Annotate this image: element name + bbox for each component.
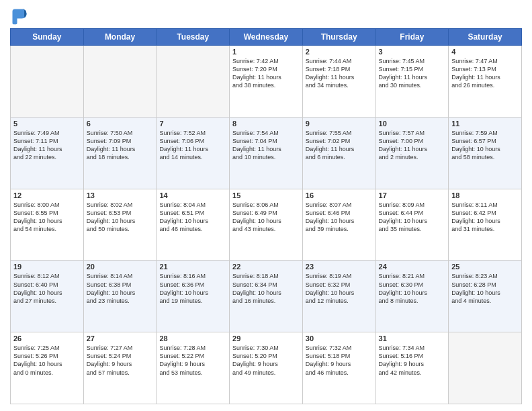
calendar-cell: 23Sunrise: 8:19 AM Sunset: 6:32 PM Dayli… (302, 261, 375, 332)
calendar-header-friday: Friday (375, 29, 449, 46)
calendar-header-monday: Monday (83, 29, 157, 46)
calendar-cell: 16Sunrise: 8:07 AM Sunset: 6:46 PM Dayli… (302, 189, 375, 261)
day-info: Sunrise: 7:30 AM Sunset: 5:20 PM Dayligh… (232, 344, 300, 377)
calendar-week-2: 12Sunrise: 8:00 AM Sunset: 6:55 PM Dayli… (11, 189, 522, 261)
day-number: 7 (159, 120, 226, 128)
calendar-cell: 29Sunrise: 7:30 AM Sunset: 5:20 PM Dayli… (230, 332, 303, 404)
calendar-cell: 22Sunrise: 8:18 AM Sunset: 6:34 PM Dayli… (230, 261, 303, 332)
day-number: 31 (379, 334, 446, 342)
day-info: Sunrise: 7:28 AM Sunset: 5:22 PM Dayligh… (159, 344, 226, 377)
calendar-header-row: SundayMondayTuesdayWednesdayThursdayFrid… (11, 29, 522, 46)
day-number: 4 (451, 48, 519, 56)
calendar-cell: 30Sunrise: 7:32 AM Sunset: 5:18 PM Dayli… (302, 332, 375, 404)
calendar-week-1: 5Sunrise: 7:49 AM Sunset: 7:11 PM Daylig… (11, 117, 522, 189)
calendar-cell: 20Sunrise: 8:14 AM Sunset: 6:38 PM Dayli… (83, 261, 157, 332)
day-number: 22 (232, 263, 300, 271)
calendar: SundayMondayTuesdayWednesdayThursdayFrid… (10, 28, 522, 404)
calendar-cell: 4Sunrise: 7:47 AM Sunset: 7:13 PM Daylig… (449, 46, 522, 118)
day-info: Sunrise: 7:55 AM Sunset: 7:02 PM Dayligh… (306, 129, 373, 162)
day-info: Sunrise: 7:50 AM Sunset: 7:09 PM Dayligh… (87, 129, 154, 162)
day-number: 11 (451, 120, 519, 128)
day-number: 27 (87, 334, 154, 342)
day-number: 30 (306, 334, 373, 342)
day-info: Sunrise: 8:00 AM Sunset: 6:55 PM Dayligh… (13, 201, 81, 234)
calendar-cell: 8Sunrise: 7:54 AM Sunset: 7:04 PM Daylig… (230, 117, 303, 189)
day-info: Sunrise: 8:16 AM Sunset: 6:36 PM Dayligh… (159, 272, 226, 305)
day-info: Sunrise: 7:32 AM Sunset: 5:18 PM Dayligh… (306, 344, 373, 377)
day-info: Sunrise: 7:47 AM Sunset: 7:13 PM Dayligh… (451, 57, 519, 90)
calendar-cell: 14Sunrise: 8:04 AM Sunset: 6:51 PM Dayli… (157, 189, 230, 261)
calendar-cell: 26Sunrise: 7:25 AM Sunset: 5:26 PM Dayli… (11, 332, 84, 404)
calendar-cell: 28Sunrise: 7:28 AM Sunset: 5:22 PM Dayli… (157, 332, 230, 404)
calendar-cell: 2Sunrise: 7:44 AM Sunset: 7:18 PM Daylig… (302, 46, 375, 118)
day-number: 25 (451, 263, 519, 271)
day-number: 20 (87, 263, 154, 271)
day-info: Sunrise: 8:18 AM Sunset: 6:34 PM Dayligh… (232, 272, 300, 305)
day-number: 24 (379, 263, 446, 271)
calendar-cell: 19Sunrise: 8:12 AM Sunset: 6:40 PM Dayli… (11, 261, 84, 332)
day-number: 28 (159, 334, 226, 342)
calendar-header-tuesday: Tuesday (157, 29, 230, 46)
logo-icon (10, 7, 29, 26)
calendar-header-thursday: Thursday (302, 29, 375, 46)
day-info: Sunrise: 8:19 AM Sunset: 6:32 PM Dayligh… (306, 272, 373, 305)
day-info: Sunrise: 7:25 AM Sunset: 5:26 PM Dayligh… (13, 344, 81, 377)
calendar-header-wednesday: Wednesday (230, 29, 303, 46)
day-number: 9 (306, 120, 373, 128)
calendar-cell: 15Sunrise: 8:06 AM Sunset: 6:49 PM Dayli… (230, 189, 303, 261)
calendar-week-3: 19Sunrise: 8:12 AM Sunset: 6:40 PM Dayli… (11, 261, 522, 332)
day-info: Sunrise: 7:57 AM Sunset: 7:00 PM Dayligh… (379, 129, 446, 162)
day-info: Sunrise: 7:42 AM Sunset: 7:20 PM Dayligh… (232, 57, 300, 90)
day-number: 17 (379, 191, 446, 199)
day-info: Sunrise: 8:11 AM Sunset: 6:42 PM Dayligh… (451, 201, 519, 234)
calendar-cell: 11Sunrise: 7:59 AM Sunset: 6:57 PM Dayli… (449, 117, 522, 189)
calendar-cell: 1Sunrise: 7:42 AM Sunset: 7:20 PM Daylig… (230, 46, 303, 118)
day-info: Sunrise: 8:02 AM Sunset: 6:53 PM Dayligh… (87, 201, 154, 234)
calendar-header-sunday: Sunday (11, 29, 84, 46)
calendar-cell: 25Sunrise: 8:23 AM Sunset: 6:28 PM Dayli… (449, 261, 522, 332)
day-info: Sunrise: 8:14 AM Sunset: 6:38 PM Dayligh… (87, 272, 154, 305)
calendar-cell: 6Sunrise: 7:50 AM Sunset: 7:09 PM Daylig… (83, 117, 157, 189)
day-info: Sunrise: 7:44 AM Sunset: 7:18 PM Dayligh… (306, 57, 373, 90)
calendar-cell: 3Sunrise: 7:45 AM Sunset: 7:15 PM Daylig… (375, 46, 449, 118)
day-info: Sunrise: 8:06 AM Sunset: 6:49 PM Dayligh… (232, 201, 300, 234)
logo (10, 7, 32, 26)
day-info: Sunrise: 7:49 AM Sunset: 7:11 PM Dayligh… (13, 129, 81, 162)
day-number: 18 (451, 191, 519, 199)
calendar-cell (157, 46, 230, 118)
day-number: 23 (306, 263, 373, 271)
calendar-cell: 17Sunrise: 8:09 AM Sunset: 6:44 PM Dayli… (375, 189, 449, 261)
calendar-cell: 27Sunrise: 7:27 AM Sunset: 5:24 PM Dayli… (83, 332, 157, 404)
day-info: Sunrise: 8:07 AM Sunset: 6:46 PM Dayligh… (306, 201, 373, 234)
day-info: Sunrise: 8:12 AM Sunset: 6:40 PM Dayligh… (13, 272, 81, 305)
day-number: 1 (232, 48, 300, 56)
calendar-cell: 21Sunrise: 8:16 AM Sunset: 6:36 PM Dayli… (157, 261, 230, 332)
day-number: 26 (13, 334, 81, 342)
day-info: Sunrise: 7:45 AM Sunset: 7:15 PM Dayligh… (379, 57, 446, 90)
day-number: 14 (159, 191, 226, 199)
day-number: 12 (13, 191, 81, 199)
day-info: Sunrise: 8:04 AM Sunset: 6:51 PM Dayligh… (159, 201, 226, 234)
calendar-cell: 9Sunrise: 7:55 AM Sunset: 7:02 PM Daylig… (302, 117, 375, 189)
day-number: 8 (232, 120, 300, 128)
day-info: Sunrise: 7:54 AM Sunset: 7:04 PM Dayligh… (232, 129, 300, 162)
day-info: Sunrise: 7:59 AM Sunset: 6:57 PM Dayligh… (451, 129, 519, 162)
day-number: 16 (306, 191, 373, 199)
calendar-cell: 13Sunrise: 8:02 AM Sunset: 6:53 PM Dayli… (83, 189, 157, 261)
day-number: 3 (379, 48, 446, 56)
day-info: Sunrise: 8:21 AM Sunset: 6:30 PM Dayligh… (379, 272, 446, 305)
day-number: 10 (379, 120, 446, 128)
calendar-cell: 10Sunrise: 7:57 AM Sunset: 7:00 PM Dayli… (375, 117, 449, 189)
day-number: 19 (13, 263, 81, 271)
calendar-header-saturday: Saturday (449, 29, 522, 46)
calendar-week-0: 1Sunrise: 7:42 AM Sunset: 7:20 PM Daylig… (11, 46, 522, 118)
day-number: 15 (232, 191, 300, 199)
day-info: Sunrise: 7:52 AM Sunset: 7:06 PM Dayligh… (159, 129, 226, 162)
day-info: Sunrise: 8:09 AM Sunset: 6:44 PM Dayligh… (379, 201, 446, 234)
calendar-cell (449, 332, 522, 404)
day-number: 21 (159, 263, 226, 271)
calendar-week-4: 26Sunrise: 7:25 AM Sunset: 5:26 PM Dayli… (11, 332, 522, 404)
day-info: Sunrise: 7:34 AM Sunset: 5:16 PM Dayligh… (379, 344, 446, 377)
day-number: 5 (13, 120, 81, 128)
calendar-cell: 31Sunrise: 7:34 AM Sunset: 5:16 PM Dayli… (375, 332, 449, 404)
